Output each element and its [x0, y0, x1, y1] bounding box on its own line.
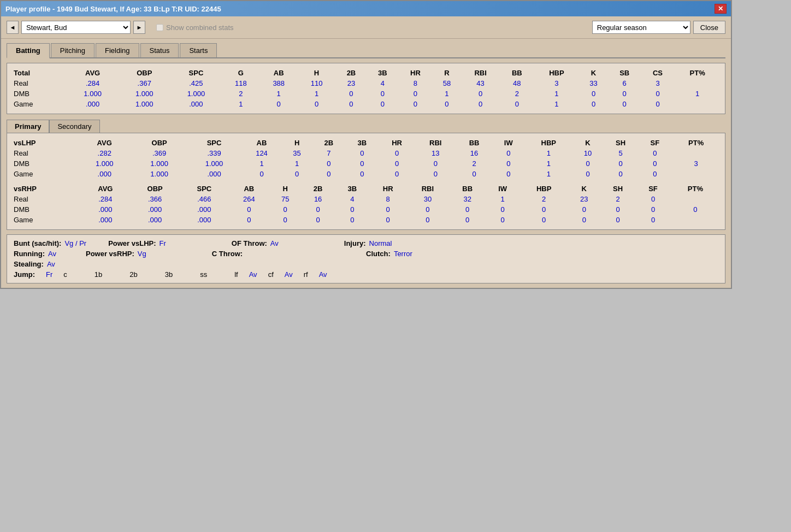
col-hbp: HBP	[534, 68, 580, 78]
col-2b: 2B	[335, 68, 367, 78]
stealing-value: Av	[47, 260, 55, 268]
table-row: DMB 1.000 1.000 1.000 2 1 1 0 0 0 1 0 2 …	[11, 88, 721, 99]
table-row: DMB 1.000 1.000 1.000 1 1 0 0 0 0 2 0 1 …	[11, 158, 721, 169]
main-window: Player profile - 1949 Bud Stewart, lf Ag…	[0, 0, 732, 289]
vslhp-section: vsLHP AVG OBP SPC AB H 2B 3B HR RBI BB I…	[7, 133, 725, 230]
b3-label: 3b	[165, 270, 173, 279]
sub-tab-bar: Primary Secondary	[7, 120, 725, 133]
row-label: Game	[11, 99, 67, 109]
show-combined-label: Show combined stats	[156, 23, 234, 32]
tab-batting[interactable]: Batting	[7, 43, 50, 58]
table-row: Game .000 1.000 .000 0 0 0 0 0 0 0 0 1 0	[11, 169, 721, 179]
stealing-label: Stealing:	[14, 260, 44, 268]
col-total: Total	[11, 68, 67, 78]
running-value: Av	[48, 250, 56, 258]
lf-label: lf	[234, 270, 238, 279]
col-spc: SPC	[170, 68, 222, 78]
table-row: Real .284 .366 .466 264 75 16 4 8 30 32 …	[11, 194, 721, 204]
table-row: Real .284 .367 .425 118 388 110 23 4 8 5…	[11, 78, 721, 88]
lf-value: Av	[249, 270, 257, 279]
col-sb: SB	[608, 68, 641, 78]
row-label: Real	[11, 78, 67, 88]
next-player-button[interactable]: ►	[133, 21, 145, 34]
window-close-button[interactable]: ✕	[715, 4, 727, 14]
jump-value: Fr	[46, 270, 52, 279]
power-rhp-label: Power vsRHP:	[86, 250, 134, 258]
row-label: DMB	[11, 88, 67, 99]
table-row: DMB .000 .000 .000 0 0 0 0 0 0 0 0 0 0	[11, 204, 721, 215]
tab-starts[interactable]: Starts	[180, 43, 217, 57]
col-3b: 3B	[367, 68, 398, 78]
table-row: Real .282 .369 .339 124 35 7 0 0 13 16 0…	[11, 148, 721, 158]
sub-tab-primary[interactable]: Primary	[7, 120, 49, 133]
tab-fielding[interactable]: Fielding	[96, 43, 139, 57]
player-select[interactable]: Stewart, Bud	[21, 21, 131, 34]
vsrhp-table: vsRHP AVG OBP SPC AB H 2B 3B HR RBI BB I…	[11, 184, 721, 225]
col-ab: AB	[260, 68, 298, 78]
b1-label: 1b	[95, 270, 102, 279]
prev-player-button[interactable]: ◄	[7, 21, 19, 34]
show-combined-checkbox[interactable]	[156, 24, 163, 31]
power-lhp-value: Fr	[160, 239, 166, 247]
bunt-label: Bunt (sac/hit):	[14, 239, 61, 247]
rf-label: rf	[304, 270, 308, 279]
injury-value: Normal	[369, 239, 392, 247]
col-obp: OBP	[119, 68, 170, 78]
bunt-value: Vg / Pr	[64, 239, 86, 247]
close-button[interactable]: Close	[693, 21, 725, 34]
sub-tab-secondary[interactable]: Secondary	[49, 120, 99, 133]
ss-label: ss	[200, 270, 207, 279]
total-stats-section: Total AVG OBP SPC G AB H 2B 3B HR R RBI …	[7, 63, 725, 114]
tab-pitching[interactable]: Pitching	[51, 43, 95, 57]
clutch-value: Terror	[394, 250, 412, 258]
col-bb: BB	[500, 68, 534, 78]
col-rbi: RBI	[461, 68, 500, 78]
title-bar: Player profile - 1949 Bud Stewart, lf Ag…	[1, 1, 731, 16]
tab-status[interactable]: Status	[140, 43, 179, 57]
cf-value: Av	[285, 270, 293, 279]
table-row: Game .000 1.000 .000 1 0 0 0 0 0 0 0 0 1	[11, 99, 721, 109]
b2-label: 2b	[129, 270, 137, 279]
power-rhp-value: Vg	[138, 250, 146, 258]
col-k: K	[579, 68, 607, 78]
col-h: H	[298, 68, 335, 78]
clutch-label: Clutch:	[366, 250, 391, 258]
c-pos-label: c	[63, 270, 67, 279]
running-label: Running:	[14, 250, 45, 258]
col-avg: AVG	[67, 68, 119, 78]
col-pt: PT%	[674, 68, 721, 78]
tab-bar: Batting Pitching Fielding Status Starts	[7, 43, 725, 58]
col-hr: HR	[398, 68, 433, 78]
col-cs: CS	[641, 68, 675, 78]
window-title: Player profile - 1949 Bud Stewart, lf Ag…	[5, 5, 221, 13]
col-r: R	[433, 68, 461, 78]
vslhp-table: vsLHP AVG OBP SPC AB H 2B 3B HR RBI BB I…	[11, 138, 721, 179]
main-content: Batting Pitching Fielding Status Starts …	[1, 39, 731, 288]
injury-label: Injury:	[344, 239, 366, 247]
col-g: G	[222, 68, 259, 78]
of-throw-label: OF Throw:	[232, 239, 267, 247]
jump-label: Jump:	[14, 270, 35, 279]
power-lhp-label: Power vsLHP:	[108, 239, 156, 247]
toolbar: ◄ Stewart, Bud ► Show combined stats Reg…	[1, 16, 731, 39]
cf-label: cf	[268, 270, 274, 279]
bottom-stats-section: Bunt (sac/hit): Vg / Pr Power vsLHP: Fr …	[7, 234, 725, 283]
total-stats-table: Total AVG OBP SPC G AB H 2B 3B HR R RBI …	[11, 68, 721, 109]
c-throw-label: C Throw:	[212, 250, 243, 258]
col-vslhp: vsLHP	[11, 138, 77, 148]
col-vsrhp: vsRHP	[11, 184, 81, 194]
of-throw-value: Av	[270, 239, 279, 247]
table-row: Game .000 .000 .000 0 0 0 0 0 0 0 0 0 0	[11, 215, 721, 225]
rf-value: Av	[319, 270, 327, 279]
season-select[interactable]: Regular seasonPostseasonExhibition	[592, 21, 690, 34]
